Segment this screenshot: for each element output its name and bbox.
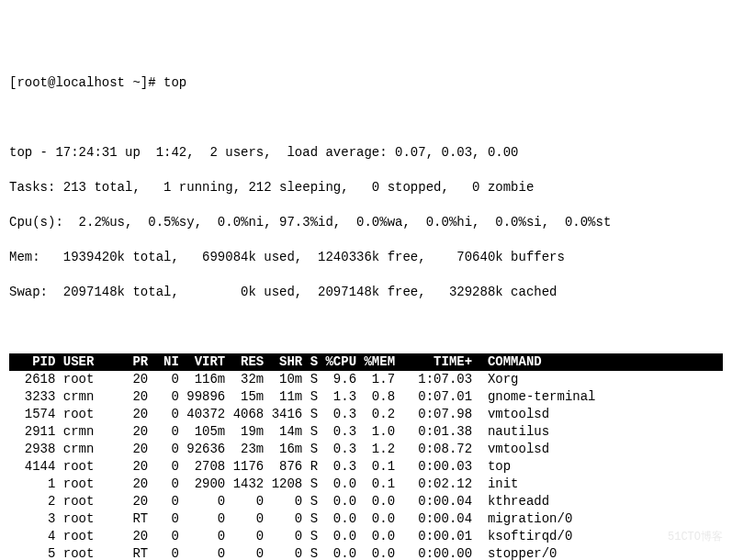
process-row: 2938 crmn 20 0 92636 23m 16m S 0.3 1.2 0… [9,441,723,458]
process-row: 2 root 20 0 0 0 0 S 0.0 0.0 0:00.04 kthr… [9,493,723,510]
blank-line [9,109,723,127]
process-row: 2911 crmn 20 0 105m 19m 14m S 0.3 1.0 0:… [9,423,723,441]
process-row: 1 root 20 0 2900 1432 1208 S 0.0 0.1 0:0… [9,476,723,493]
process-row: 2618 root 20 0 116m 32m 10m S 9.6 1.7 1:… [9,371,723,388]
blank-line [9,319,723,336]
process-list: 2618 root 20 0 116m 32m 10m S 9.6 1.7 1:… [9,371,723,560]
summary-cpu: Cpu(s): 2.2%us, 0.5%sy, 0.0%ni, 97.3%id,… [9,214,723,231]
summary-mem: Mem: 1939420k total, 699084k used, 12403… [9,249,723,266]
process-row: 5 root RT 0 0 0 0 S 0.0 0.0 0:00.00 stop… [9,545,723,560]
process-row: 3 root RT 0 0 0 0 S 0.0 0.0 0:00.04 migr… [9,510,723,528]
summary-swap: Swap: 2097148k total, 0k used, 2097148k … [9,284,723,301]
summary-uptime: top - 17:24:31 up 1:42, 2 users, load av… [9,144,723,162]
process-header: PID USER PR NI VIRT RES SHR S %CPU %MEM … [9,353,723,371]
command-prompt: [root@localhost ~]# top [9,74,723,92]
process-row: 3233 crmn 20 0 99896 15m 11m S 1.3 0.8 0… [9,388,723,406]
watermark-text: 51CTO博客 [668,529,723,546]
process-row: 4 root 20 0 0 0 0 S 0.0 0.0 0:00.01 ksof… [9,528,723,545]
summary-tasks: Tasks: 213 total, 1 running, 212 sleepin… [9,179,723,196]
process-row: 1574 root 20 0 40372 4068 3416 S 0.3 0.2… [9,406,723,423]
process-row: 4144 root 20 0 2708 1176 876 R 0.3 0.1 0… [9,458,723,476]
